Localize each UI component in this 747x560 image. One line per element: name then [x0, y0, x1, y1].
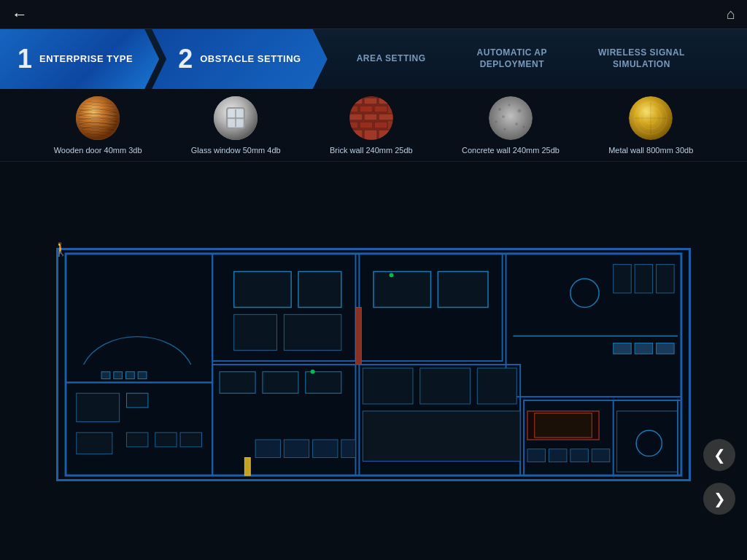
svg-rect-50 [126, 432, 147, 447]
prev-button[interactable]: ❮ [703, 439, 735, 471]
svg-rect-17 [379, 114, 393, 120]
svg-rect-75 [263, 372, 298, 393]
svg-point-27 [517, 109, 521, 112]
step-2[interactable]: 2 OBSTACLE SETTING [152, 29, 328, 89]
svg-rect-49 [77, 432, 112, 454]
svg-rect-69 [614, 343, 632, 354]
svg-rect-66 [635, 265, 653, 293]
svg-rect-11 [379, 98, 393, 104]
svg-point-97 [311, 370, 315, 374]
svg-point-25 [498, 108, 501, 111]
person-marker: 🚶 [53, 241, 69, 257]
step-4-label: AUTOMATIC APDEPLOYMENT [477, 47, 547, 70]
svg-rect-9 [349, 98, 363, 104]
svg-rect-55 [298, 271, 341, 307]
svg-rect-94 [420, 368, 471, 404]
svg-rect-16 [364, 114, 377, 120]
step-1[interactable]: 1 ENTERPRISE TYPE [0, 29, 159, 89]
floorplan-svg [58, 250, 689, 479]
svg-rect-56 [234, 314, 277, 350]
step-3[interactable]: AREA SETTING [335, 29, 448, 89]
svg-rect-84 [535, 413, 592, 438]
svg-rect-54 [234, 271, 292, 307]
step-1-label: ENTERPRISE TYPE [39, 53, 133, 66]
svg-rect-67 [657, 265, 675, 293]
svg-rect-57 [284, 314, 341, 350]
metal-wall-label: Metal wall 800mm 30db [608, 146, 693, 155]
svg-point-29 [515, 122, 518, 125]
svg-rect-72 [355, 308, 361, 365]
svg-rect-13 [360, 106, 373, 112]
svg-rect-44 [125, 372, 134, 379]
step-2-number: 2 [178, 46, 193, 72]
svg-rect-42 [101, 372, 110, 379]
svg-rect-21 [349, 130, 363, 140]
svg-rect-77 [244, 458, 250, 476]
svg-rect-91 [592, 449, 610, 462]
svg-rect-81 [341, 440, 356, 458]
svg-rect-80 [313, 440, 338, 458]
step-2-label: OBSTACLE SETTING [200, 53, 301, 66]
svg-rect-52 [180, 432, 201, 447]
obstacle-glass-window[interactable]: Glass window 50mm 4db [191, 96, 281, 155]
svg-rect-76 [306, 372, 341, 393]
floorplan-wrapper: 🚶 [0, 162, 747, 560]
metal-wall-icon [629, 96, 673, 140]
main-content: Wooden door 40mm 3db [0, 89, 747, 560]
svg-point-30 [503, 128, 506, 130]
svg-rect-62 [438, 271, 488, 307]
svg-point-26 [508, 104, 510, 106]
svg-rect-43 [114, 372, 123, 379]
svg-rect-65 [614, 265, 632, 293]
back-button[interactable]: ← [12, 5, 28, 24]
step-5-label: WIRELESS SIGNALSIMULATION [598, 47, 685, 70]
svg-rect-90 [570, 449, 589, 462]
obstacle-brick-wall[interactable]: Brick wall 240mm 25db [330, 96, 413, 155]
obstacle-metal-wall[interactable]: Metal wall 800mm 30db [608, 96, 693, 155]
svg-point-32 [502, 115, 505, 118]
svg-rect-19 [360, 122, 373, 128]
svg-rect-78 [255, 440, 280, 458]
svg-rect-10 [364, 98, 377, 104]
svg-rect-79 [284, 440, 309, 458]
svg-rect-47 [77, 393, 120, 421]
svg-rect-95 [477, 368, 516, 404]
concrete-wall-label: Concrete wall 240mm 25db [462, 146, 560, 155]
svg-rect-15 [349, 114, 363, 120]
svg-rect-51 [155, 432, 177, 447]
step-4[interactable]: AUTOMATIC APDEPLOYMENT [455, 29, 569, 89]
next-button[interactable]: ❯ [703, 483, 735, 515]
svg-rect-88 [527, 449, 546, 462]
top-bar: ← ⌂ [0, 0, 747, 29]
glass-window-label: Glass window 50mm 4db [191, 146, 281, 155]
svg-rect-20 [374, 122, 387, 128]
svg-rect-89 [549, 449, 567, 462]
svg-rect-23 [379, 130, 393, 140]
svg-rect-14 [374, 106, 387, 112]
concrete-wall-icon [489, 96, 533, 140]
svg-point-24 [489, 96, 533, 140]
svg-rect-61 [374, 271, 431, 307]
svg-point-31 [522, 125, 525, 128]
obstacle-wooden-door[interactable]: Wooden door 40mm 3db [54, 96, 142, 155]
step-1-number: 1 [18, 46, 32, 72]
floorplan-container[interactable]: 🚶 [56, 248, 691, 481]
step-5[interactable]: WIRELESS SIGNALSIMULATION [576, 29, 707, 89]
svg-point-98 [390, 273, 394, 277]
wooden-door-label: Wooden door 40mm 3db [54, 146, 142, 155]
home-button[interactable]: ⌂ [727, 6, 735, 23]
svg-rect-12 [349, 106, 358, 112]
svg-point-0 [76, 96, 120, 140]
svg-rect-45 [138, 372, 147, 379]
svg-rect-71 [657, 343, 675, 354]
step-navigation: 1 ENTERPRISE TYPE 2 OBSTACLE SETTING ARE… [0, 29, 747, 89]
svg-rect-18 [349, 122, 358, 128]
svg-rect-96 [363, 411, 520, 462]
obstacle-concrete-wall[interactable]: Concrete wall 240mm 25db [462, 96, 560, 155]
svg-rect-93 [363, 368, 413, 404]
wooden-door-icon [76, 96, 120, 140]
glass-window-icon [214, 96, 258, 140]
svg-rect-74 [220, 372, 255, 393]
brick-wall-label: Brick wall 240mm 25db [330, 146, 413, 155]
svg-rect-22 [364, 130, 377, 140]
